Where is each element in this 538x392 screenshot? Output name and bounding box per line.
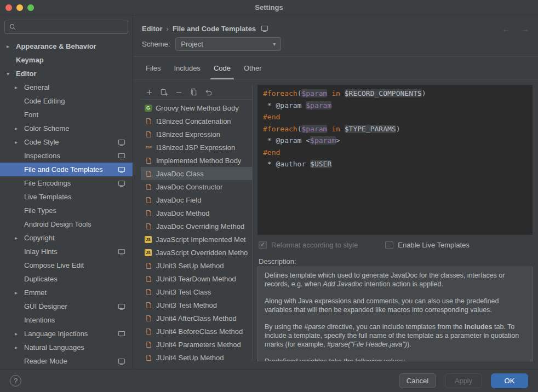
tab-includes[interactable]: Includes (170, 57, 204, 79)
screen-icon (118, 248, 133, 256)
sidebar-item-file-and-code-templates[interactable]: File and Code Templates (0, 163, 133, 176)
template-item-label: JUnit4 Parameters Method (156, 341, 241, 349)
chevron-right-icon[interactable]: ▸ (15, 290, 24, 296)
template-item-javadoc-overriding-method[interactable]: JavaDoc Overriding Method (141, 220, 252, 233)
template-item-junit4-setup-method[interactable]: JUnit4 SetUp Method (141, 351, 252, 361)
chevron-right-icon[interactable]: ▸ (7, 43, 16, 49)
description-label: Description: (257, 253, 533, 267)
template-item-implemented-method-body[interactable]: Implemented Method Body (141, 154, 252, 167)
sidebar-item-label: File and Code Templates (24, 165, 103, 174)
scheme-row: Scheme: Project (133, 36, 538, 57)
breadcrumb: Editor › File and Code Templates (133, 15, 538, 36)
sidebar-item-gui-designer[interactable]: GUI Designer (0, 299, 133, 313)
sidebar-item-duplicates[interactable]: Duplicates (0, 272, 133, 286)
zoom-window-button[interactable] (27, 4, 34, 11)
template-editor[interactable]: #foreach($param in $RECORD_COMPONENTS) *… (257, 85, 533, 235)
sidebar-item-editor[interactable]: ▾Editor (0, 67, 133, 80)
template-item-javadoc-field[interactable]: JavaDoc Field (141, 193, 252, 206)
reformat-checkbox[interactable] (259, 241, 267, 249)
remove-template-button[interactable] (175, 88, 183, 96)
template-item-junit4-beforeclass-method[interactable]: JUnit4 BeforeClass Method (141, 325, 252, 338)
sidebar-item-intentions[interactable]: Intentions (0, 313, 133, 327)
back-button[interactable] (502, 24, 510, 33)
template-item-junit4-afterclass-method[interactable]: JUnit4 AfterClass Method (141, 312, 252, 325)
breadcrumb-file-and-code-templates: File and Code Templates (173, 25, 256, 33)
sidebar-item-code-editing[interactable]: Code Editing (0, 94, 133, 108)
template-item-junit3-teardown-method[interactable]: JUnit3 TearDown Method (141, 272, 252, 285)
tab-other[interactable]: Other (240, 57, 266, 79)
template-item-label: JUnit4 SetUp Method (156, 354, 224, 362)
sidebar-item-label: Inspections (24, 152, 60, 160)
template-item-junit3-setup-method[interactable]: JUnit3 SetUp Method (141, 259, 252, 272)
sidebar-item-android-design-tools[interactable]: Android Design Tools (0, 217, 133, 231)
ok-button[interactable]: OK (491, 373, 528, 388)
sidebar-item-code-style[interactable]: ▸Code Style (0, 135, 133, 149)
chevron-right-icon[interactable]: ▸ (15, 84, 24, 90)
sidebar-item-natural-languages[interactable]: ▸Natural Languages (0, 341, 133, 354)
chevron-right-icon[interactable]: ▸ (15, 125, 24, 131)
template-item-label: JavaDoc Constructor (156, 183, 222, 191)
sidebar-item-inspections[interactable]: Inspections (0, 149, 133, 163)
sidebar-item-keymap[interactable]: Keymap (0, 53, 133, 67)
reset-to-default-button[interactable] (204, 88, 213, 96)
template-item-label: JavaDoc Class (156, 170, 204, 178)
template-item-javadoc-constructor[interactable]: JavaDoc Constructor (141, 180, 252, 193)
sidebar-item-appearance-behavior[interactable]: ▸Appearance & Behavior (0, 39, 133, 53)
sidebar-item-color-scheme[interactable]: ▸Color Scheme (0, 122, 133, 135)
sidebar-item-file-types[interactable]: File Types (0, 204, 133, 217)
chevron-down-icon[interactable]: ▾ (7, 71, 16, 77)
sidebar-item-copyright[interactable]: ▸Copyright (0, 231, 133, 245)
chevron-right-icon[interactable]: ▸ (15, 235, 24, 241)
sidebar-item-font[interactable]: Font (0, 108, 133, 122)
help-button[interactable]: ? (10, 375, 21, 387)
enable-live-templates-checkbox[interactable] (385, 241, 393, 249)
sidebar-item-label: Language Injections (24, 330, 88, 338)
template-item-i18nized-jsp-expression[interactable]: JSPI18nized JSP Expression (141, 141, 252, 154)
apply-button[interactable]: Apply (445, 373, 482, 388)
forward-button[interactable] (521, 24, 529, 33)
sidebar-item-reader-mode[interactable]: Reader Mode (0, 354, 133, 368)
titlebar: Settings (0, 0, 538, 15)
sidebar-item-label: Compose Live Edit (24, 261, 84, 269)
template-file-icon (145, 341, 152, 348)
template-item-javascript-overridden-metho[interactable]: JSJavaScript Overridden Metho (141, 246, 252, 259)
template-item-i18nized-expression[interactable]: I18nized Expression (141, 128, 252, 141)
sidebar-item-language-injections[interactable]: ▸Language Injections (0, 327, 133, 341)
sidebar-item-live-templates[interactable]: Live Templates (0, 190, 133, 204)
template-item-junit4-parameters-method[interactable]: JUnit4 Parameters Method (141, 338, 252, 351)
chevron-right-icon[interactable]: ▸ (15, 344, 24, 350)
template-item-junit3-test-class[interactable]: JUnit3 Test Class (141, 285, 252, 298)
template-item-label: JavaScript Overridden Metho (156, 249, 248, 257)
template-file-icon (145, 262, 152, 269)
minimize-window-button[interactable] (16, 4, 23, 11)
template-item-groovy-new-method-body[interactable]: GGroovy New Method Body (141, 101, 252, 114)
breadcrumb-editor[interactable]: Editor (142, 25, 163, 33)
template-file-icon (145, 183, 152, 191)
scheme-select[interactable]: Project (175, 37, 281, 51)
sidebar-item-inlay-hints[interactable]: Inlay Hints (0, 245, 133, 258)
chevron-right-icon[interactable]: ▸ (15, 331, 24, 337)
add-template-button[interactable] (145, 88, 153, 96)
chevron-right-icon[interactable]: ▸ (15, 139, 24, 145)
sidebar-item-file-encodings[interactable]: File Encodings (0, 176, 133, 190)
sidebar-item-compose-live-edit[interactable]: Compose Live Edit (0, 258, 133, 272)
settings-search-input[interactable] (4, 20, 128, 34)
jsp-file-icon: JSP (145, 143, 152, 151)
sidebar-item-label: Inlay Hints (24, 247, 58, 256)
cancel-button[interactable]: Cancel (399, 373, 436, 388)
settings-sidebar: ▸Appearance & BehaviorKeymap▾Editor▸Gene… (0, 15, 133, 369)
template-item-junit3-test-method[interactable]: JUnit3 Test Method (141, 298, 252, 312)
tab-code[interactable]: Code (210, 57, 234, 79)
template-file-icon (145, 117, 152, 125)
template-item-javadoc-method[interactable]: JavaDoc Method (141, 206, 252, 220)
sidebar-item-emmet[interactable]: ▸Emmet (0, 286, 133, 299)
sidebar-item-general[interactable]: ▸General (0, 80, 133, 94)
close-window-button[interactable] (5, 4, 12, 11)
copy-template-button[interactable] (190, 88, 198, 96)
template-item-javadoc-class[interactable]: JavaDoc Class (141, 167, 252, 180)
code-line: * @author $USER (263, 158, 527, 170)
template-item-javascript-implemented-met[interactable]: JSJavaScript Implemented Met (141, 233, 252, 246)
create-child-template-button[interactable] (160, 88, 168, 96)
template-item-i18nized-concatenation[interactable]: I18nized Concatenation (141, 114, 252, 128)
tab-files[interactable]: Files (142, 57, 164, 79)
